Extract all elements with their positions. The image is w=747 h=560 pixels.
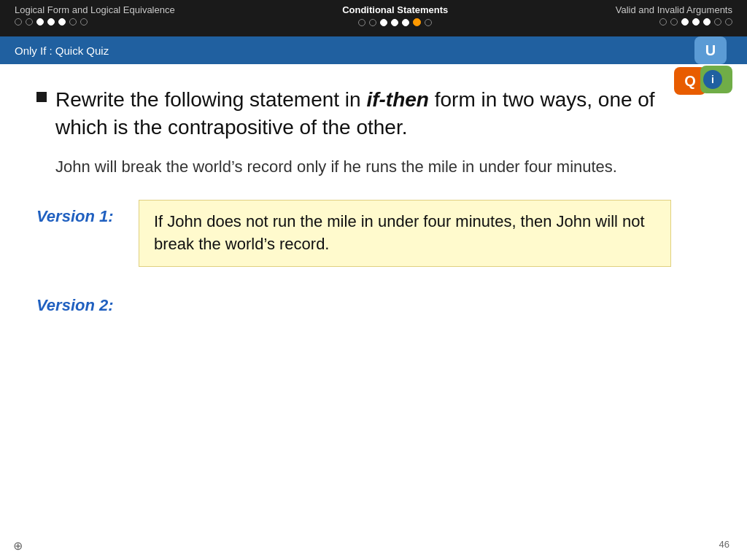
dot xyxy=(725,18,732,26)
dot-filled xyxy=(402,19,409,26)
bubble-u: U xyxy=(694,36,727,64)
nav-center-title: Conditional Statements xyxy=(342,4,448,15)
crosshair-icon: ⊕ xyxy=(13,539,23,553)
nav-left: Logical Form and Logical Equivalence xyxy=(15,4,175,26)
nav-center: Conditional Statements xyxy=(342,4,448,26)
version1-row: Version 1: If John does not run the mile… xyxy=(36,200,711,267)
dot xyxy=(670,18,678,26)
nav-left-title: Logical Form and Logical Equivalence xyxy=(15,4,175,15)
dot-filled xyxy=(47,18,55,26)
dot xyxy=(425,19,432,26)
nav-right: Valid and Invalid Arguments xyxy=(616,4,732,26)
nav-right-dots xyxy=(659,18,732,26)
dot-filled xyxy=(36,18,44,26)
main-question: Rewrite the following statement in if-th… xyxy=(55,86,711,141)
version2-label: Version 2: xyxy=(36,289,124,315)
top-nav: Logical Form and Logical Equivalence Con… xyxy=(0,0,747,36)
nav-left-dots xyxy=(15,18,88,26)
bubble-i: i xyxy=(703,70,722,89)
version1-label: Version 1: xyxy=(36,200,124,226)
dot xyxy=(69,18,77,26)
page-number: 46 xyxy=(719,539,729,550)
dot-filled xyxy=(692,18,700,26)
dot xyxy=(358,19,365,26)
nav-center-dots xyxy=(358,18,432,26)
bullet-square-icon xyxy=(36,92,47,102)
dot-active xyxy=(413,18,421,26)
dot xyxy=(714,18,721,26)
dot-filled xyxy=(703,18,711,26)
quiz-logo: U Q Z i xyxy=(674,36,732,95)
question-text-plain: Rewrite the following statement in xyxy=(55,88,366,111)
main-content: Rewrite the following statement in if-th… xyxy=(0,64,747,502)
dot-filled xyxy=(58,18,66,26)
version2-row: Version 2: xyxy=(36,289,711,315)
bubble-u-letter: U xyxy=(705,42,716,59)
dot xyxy=(369,19,376,26)
dot xyxy=(659,18,667,26)
dot-filled xyxy=(681,18,689,26)
bullet-point: Rewrite the following statement in if-th… xyxy=(36,86,711,141)
dot-filled xyxy=(380,19,387,26)
bubble-i-letter: i xyxy=(711,74,714,85)
subtitle-text: Only If : Quick Quiz xyxy=(15,44,109,57)
question-text-italic: if-then xyxy=(366,88,429,111)
subtitle-bar: Only If : Quick Quiz xyxy=(0,36,747,64)
bubble-q-letter: Q xyxy=(684,73,696,90)
version1-answer: If John does not run the mile in under f… xyxy=(139,200,671,267)
sub-text: John will break the world’s record only … xyxy=(55,156,711,179)
dot xyxy=(15,18,22,26)
nav-right-title: Valid and Invalid Arguments xyxy=(616,4,732,15)
dot xyxy=(80,18,88,26)
dot xyxy=(26,18,33,26)
dot-filled xyxy=(391,19,398,26)
